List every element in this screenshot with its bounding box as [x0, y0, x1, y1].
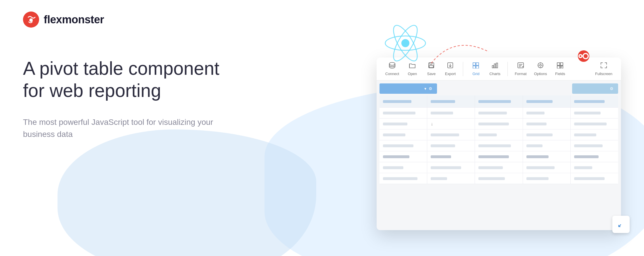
- data-cell: [427, 173, 475, 184]
- data-cell: [571, 140, 618, 151]
- data-cell: [523, 140, 571, 151]
- options-label: Options: [534, 72, 547, 76]
- data-cell: [427, 129, 475, 140]
- svg-rect-29: [560, 63, 563, 65]
- data-cell: [427, 151, 475, 162]
- table-row: [379, 108, 618, 119]
- sort-arrow-icon: ↓: [431, 121, 433, 127]
- header: flexmonster: [23, 12, 104, 28]
- data-cell: [523, 151, 571, 162]
- toolbar-format-button[interactable]: Format: [512, 60, 529, 78]
- filter-left-control[interactable]: ▾ ⚙: [379, 83, 437, 94]
- data-cell: [571, 162, 618, 173]
- fields-label: Fields: [555, 72, 565, 76]
- svg-point-1: [29, 18, 33, 22]
- data-cell: [379, 173, 427, 184]
- data-cell: [523, 162, 571, 173]
- toolbar-fullscreen-button[interactable]: Fullscreen: [592, 60, 615, 78]
- data-cell: [523, 119, 571, 129]
- data-cell: [379, 108, 427, 118]
- filter-gear-icon: ⚙: [429, 86, 432, 91]
- svg-point-2: [401, 39, 409, 47]
- header-cell-1: [379, 95, 427, 107]
- toolbar-fields-button[interactable]: Fields: [551, 60, 569, 78]
- data-cell: [475, 108, 523, 118]
- data-cell: [571, 173, 618, 184]
- format-label: Format: [515, 72, 526, 76]
- mockup-area: Connect Open Save Export: [368, 17, 627, 242]
- data-cell: [571, 119, 618, 129]
- svg-point-23: [540, 64, 541, 66]
- data-cell: [427, 140, 475, 151]
- filter-right-control[interactable]: ⚙: [572, 83, 618, 94]
- format-icon: [517, 62, 524, 70]
- data-cell: [379, 162, 427, 173]
- data-cell: [475, 129, 523, 140]
- hero-content: A pivot table component for web reportin…: [23, 58, 219, 140]
- collapse-button[interactable]: [612, 216, 630, 233]
- data-cell: [523, 129, 571, 140]
- collapse-icon: [618, 221, 624, 228]
- data-cell: [379, 151, 427, 162]
- hero-headline: A pivot table component for web reportin…: [23, 58, 219, 102]
- data-cell: [379, 140, 427, 151]
- data-cell: [475, 151, 523, 162]
- table-row: [379, 151, 618, 162]
- svg-rect-30: [557, 66, 560, 68]
- fullscreen-label: Fullscreen: [595, 72, 612, 76]
- filter-row: ▾ ⚙ ⚙: [379, 83, 618, 94]
- pivot-table-window: Connect Open Save Export: [377, 58, 621, 230]
- hero-subtext: The most powerful JavaScript tool for vi…: [23, 116, 219, 140]
- background-blob-left: [57, 129, 316, 256]
- data-cell: [427, 108, 475, 118]
- header-cell-4: [523, 95, 571, 107]
- fullscreen-icon: [600, 62, 607, 70]
- data-cell: [523, 173, 571, 184]
- toolbar-options-button[interactable]: Options: [531, 60, 550, 78]
- red-dot-indicator: [578, 50, 589, 62]
- table-row: ↓: [379, 119, 618, 129]
- data-cell: [379, 119, 427, 129]
- data-cell: [571, 151, 618, 162]
- data-cell: [475, 173, 523, 184]
- data-cell: [475, 162, 523, 173]
- svg-rect-28: [557, 63, 560, 65]
- toolbar-divider-2: [507, 62, 508, 76]
- brand-name: flexmonster: [44, 14, 104, 26]
- data-cell: [571, 129, 618, 140]
- data-cell: [475, 119, 523, 129]
- data-cell: [379, 129, 427, 140]
- table-header-row: [379, 95, 618, 108]
- header-cell-5: [571, 95, 618, 107]
- data-cell: ↓: [427, 119, 475, 129]
- table-row: [379, 173, 618, 184]
- fields-icon: [557, 62, 564, 70]
- table-row: [379, 140, 618, 151]
- header-cell-3: [475, 95, 523, 107]
- brand-logo-icon: [23, 12, 39, 28]
- data-cell: [523, 108, 571, 118]
- data-cell: [571, 108, 618, 118]
- header-cell-2: [427, 95, 475, 107]
- filter-right-gear-icon: ⚙: [610, 86, 614, 91]
- react-logo-icon: [382, 20, 428, 66]
- table-row: [379, 129, 618, 140]
- data-cell: [475, 140, 523, 151]
- table-row: [379, 162, 618, 173]
- options-icon: [537, 62, 544, 70]
- filter-funnel-icon: ▾: [424, 86, 426, 91]
- data-cell: [427, 162, 475, 173]
- mock-table: ↓: [379, 95, 618, 184]
